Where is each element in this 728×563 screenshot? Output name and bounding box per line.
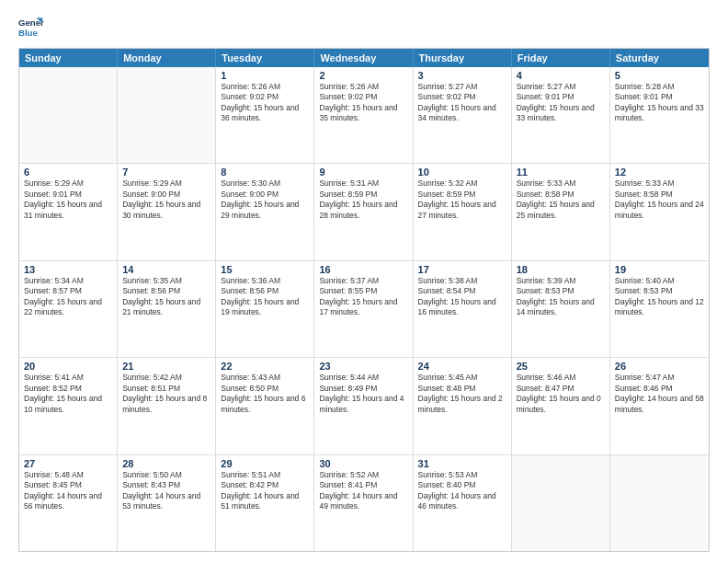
logo: General Blue <box>18 15 44 40</box>
day-number: 27 <box>24 458 112 469</box>
cell-info: Sunrise: 5:46 AM Sunset: 8:47 PM Dayligh… <box>517 373 605 415</box>
cell-info: Sunrise: 5:28 AM Sunset: 9:01 PM Dayligh… <box>615 82 704 124</box>
day-number: 14 <box>122 264 210 275</box>
day-number: 22 <box>221 361 309 372</box>
day-number: 13 <box>24 264 112 275</box>
day-number: 2 <box>319 70 407 81</box>
calendar-cell: 5Sunrise: 5:28 AM Sunset: 9:01 PM Daylig… <box>610 67 709 163</box>
logo-icon: General Blue <box>18 15 44 40</box>
cell-info: Sunrise: 5:40 AM Sunset: 8:53 PM Dayligh… <box>615 276 704 318</box>
calendar-cell: 14Sunrise: 5:35 AM Sunset: 8:56 PM Dayli… <box>118 261 216 357</box>
cell-info: Sunrise: 5:51 AM Sunset: 8:42 PM Dayligh… <box>221 470 309 512</box>
cell-info: Sunrise: 5:34 AM Sunset: 8:57 PM Dayligh… <box>24 276 112 318</box>
day-number: 17 <box>418 264 506 275</box>
calendar-cell <box>512 455 610 551</box>
calendar-cell: 7Sunrise: 5:29 AM Sunset: 9:00 PM Daylig… <box>118 164 216 259</box>
calendar-cell: 10Sunrise: 5:32 AM Sunset: 8:59 PM Dayli… <box>414 164 512 259</box>
cell-info: Sunrise: 5:36 AM Sunset: 8:56 PM Dayligh… <box>221 276 309 318</box>
calendar-header: SundayMondayTuesdayWednesdayThursdayFrid… <box>19 49 709 67</box>
cell-info: Sunrise: 5:38 AM Sunset: 8:54 PM Dayligh… <box>418 276 506 318</box>
day-number: 28 <box>122 458 210 469</box>
calendar-cell: 19Sunrise: 5:40 AM Sunset: 8:53 PM Dayli… <box>610 261 709 357</box>
calendar-cell: 29Sunrise: 5:51 AM Sunset: 8:42 PM Dayli… <box>216 455 314 551</box>
weekday-header: Friday <box>512 49 610 67</box>
cell-info: Sunrise: 5:26 AM Sunset: 9:02 PM Dayligh… <box>319 82 407 124</box>
day-number: 1 <box>221 70 309 81</box>
day-number: 9 <box>319 167 407 178</box>
page-header: General Blue <box>18 15 710 40</box>
cell-info: Sunrise: 5:42 AM Sunset: 8:51 PM Dayligh… <box>122 373 210 415</box>
calendar-cell: 31Sunrise: 5:53 AM Sunset: 8:40 PM Dayli… <box>414 455 512 551</box>
day-number: 15 <box>221 264 309 275</box>
weekday-header: Tuesday <box>216 49 314 67</box>
cell-info: Sunrise: 5:50 AM Sunset: 8:43 PM Dayligh… <box>122 470 210 512</box>
cell-info: Sunrise: 5:30 AM Sunset: 9:00 PM Dayligh… <box>221 178 309 221</box>
day-number: 10 <box>418 167 506 178</box>
calendar-cell <box>118 67 216 163</box>
calendar-cell: 2Sunrise: 5:26 AM Sunset: 9:02 PM Daylig… <box>314 67 413 163</box>
calendar-cell: 18Sunrise: 5:39 AM Sunset: 8:53 PM Dayli… <box>512 261 610 357</box>
cell-info: Sunrise: 5:43 AM Sunset: 8:50 PM Dayligh… <box>221 373 309 415</box>
calendar-cell: 26Sunrise: 5:47 AM Sunset: 8:46 PM Dayli… <box>610 358 709 454</box>
cell-info: Sunrise: 5:27 AM Sunset: 9:02 PM Dayligh… <box>418 82 506 124</box>
calendar-cell: 30Sunrise: 5:52 AM Sunset: 8:41 PM Dayli… <box>314 455 413 551</box>
day-number: 4 <box>517 70 605 81</box>
weekday-header: Wednesday <box>314 49 413 67</box>
day-number: 5 <box>615 70 704 81</box>
cell-info: Sunrise: 5:44 AM Sunset: 8:49 PM Dayligh… <box>319 373 407 415</box>
calendar-cell: 23Sunrise: 5:44 AM Sunset: 8:49 PM Dayli… <box>314 358 413 454</box>
day-number: 30 <box>319 458 407 469</box>
cell-info: Sunrise: 5:29 AM Sunset: 9:00 PM Dayligh… <box>122 178 210 221</box>
weekday-header: Monday <box>118 49 216 67</box>
calendar-cell: 20Sunrise: 5:41 AM Sunset: 8:52 PM Dayli… <box>19 358 118 454</box>
cell-info: Sunrise: 5:52 AM Sunset: 8:41 PM Dayligh… <box>319 470 407 512</box>
calendar-cell: 12Sunrise: 5:33 AM Sunset: 8:58 PM Dayli… <box>610 164 709 259</box>
calendar-cell <box>610 455 709 551</box>
cell-info: Sunrise: 5:41 AM Sunset: 8:52 PM Dayligh… <box>24 373 112 415</box>
day-number: 11 <box>517 167 605 178</box>
calendar-cell: 16Sunrise: 5:37 AM Sunset: 8:55 PM Dayli… <box>314 261 413 357</box>
svg-text:Blue: Blue <box>18 28 38 38</box>
weekday-header: Thursday <box>414 49 512 67</box>
cell-info: Sunrise: 5:48 AM Sunset: 8:45 PM Dayligh… <box>24 470 112 512</box>
calendar-body: 1Sunrise: 5:26 AM Sunset: 9:02 PM Daylig… <box>19 67 709 551</box>
cell-info: Sunrise: 5:32 AM Sunset: 8:59 PM Dayligh… <box>418 178 506 221</box>
cell-info: Sunrise: 5:33 AM Sunset: 8:58 PM Dayligh… <box>517 178 605 221</box>
cell-info: Sunrise: 5:35 AM Sunset: 8:56 PM Dayligh… <box>122 276 210 318</box>
calendar: SundayMondayTuesdayWednesdayThursdayFrid… <box>18 48 710 552</box>
day-number: 24 <box>418 361 506 372</box>
day-number: 31 <box>418 458 506 469</box>
calendar-row: 1Sunrise: 5:26 AM Sunset: 9:02 PM Daylig… <box>19 67 709 164</box>
day-number: 25 <box>517 361 605 372</box>
weekday-header: Sunday <box>19 49 118 67</box>
cell-info: Sunrise: 5:27 AM Sunset: 9:01 PM Dayligh… <box>517 82 605 124</box>
calendar-cell: 4Sunrise: 5:27 AM Sunset: 9:01 PM Daylig… <box>512 67 610 163</box>
cell-info: Sunrise: 5:26 AM Sunset: 9:02 PM Dayligh… <box>221 82 309 124</box>
day-number: 18 <box>517 264 605 275</box>
calendar-row: 27Sunrise: 5:48 AM Sunset: 8:45 PM Dayli… <box>19 455 709 551</box>
calendar-cell: 24Sunrise: 5:45 AM Sunset: 8:48 PM Dayli… <box>414 358 512 454</box>
calendar-cell: 13Sunrise: 5:34 AM Sunset: 8:57 PM Dayli… <box>19 261 118 357</box>
calendar-cell: 9Sunrise: 5:31 AM Sunset: 8:59 PM Daylig… <box>314 164 413 259</box>
calendar-row: 13Sunrise: 5:34 AM Sunset: 8:57 PM Dayli… <box>19 261 709 358</box>
day-number: 16 <box>319 264 407 275</box>
calendar-cell: 22Sunrise: 5:43 AM Sunset: 8:50 PM Dayli… <box>216 358 314 454</box>
day-number: 20 <box>24 361 112 372</box>
day-number: 21 <box>122 361 210 372</box>
day-number: 8 <box>221 167 309 178</box>
calendar-cell: 1Sunrise: 5:26 AM Sunset: 9:02 PM Daylig… <box>216 67 314 163</box>
calendar-cell: 17Sunrise: 5:38 AM Sunset: 8:54 PM Dayli… <box>414 261 512 357</box>
day-number: 29 <box>221 458 309 469</box>
cell-info: Sunrise: 5:31 AM Sunset: 8:59 PM Dayligh… <box>319 178 407 221</box>
day-number: 12 <box>615 167 704 178</box>
calendar-cell: 11Sunrise: 5:33 AM Sunset: 8:58 PM Dayli… <box>512 164 610 259</box>
day-number: 7 <box>122 167 210 178</box>
day-number: 19 <box>615 264 704 275</box>
cell-info: Sunrise: 5:45 AM Sunset: 8:48 PM Dayligh… <box>418 373 506 415</box>
calendar-cell: 15Sunrise: 5:36 AM Sunset: 8:56 PM Dayli… <box>216 261 314 357</box>
calendar-cell: 21Sunrise: 5:42 AM Sunset: 8:51 PM Dayli… <box>118 358 216 454</box>
calendar-cell: 27Sunrise: 5:48 AM Sunset: 8:45 PM Dayli… <box>19 455 118 551</box>
calendar-cell: 6Sunrise: 5:29 AM Sunset: 9:01 PM Daylig… <box>19 164 118 259</box>
calendar-cell: 25Sunrise: 5:46 AM Sunset: 8:47 PM Dayli… <box>512 358 610 454</box>
day-number: 23 <box>319 361 407 372</box>
